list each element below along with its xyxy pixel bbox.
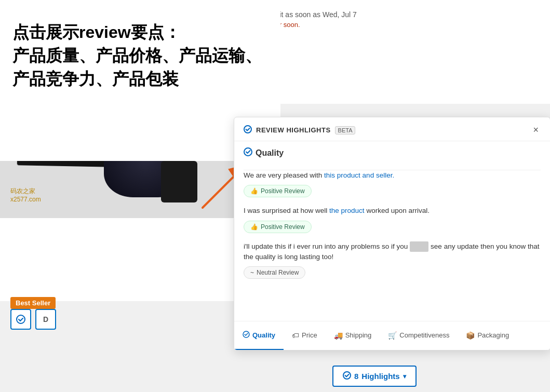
quality-title: Quality xyxy=(244,147,541,158)
review1-highlight1: this product and seller. xyxy=(324,171,394,179)
review-item-1: We are very pleased with this product an… xyxy=(244,170,541,197)
best-seller-badge: Best Seller xyxy=(10,297,56,309)
tab-quality[interactable]: Quality xyxy=(234,321,284,350)
packaging-tab-icon: 📦 xyxy=(466,331,475,340)
tab-shipping[interactable]: 🚚 Shipping xyxy=(326,321,380,350)
review-item-2: I was surprised at how well the product … xyxy=(244,206,541,233)
thumb-up-icon-2: 👍 xyxy=(250,223,258,231)
svg-point-6 xyxy=(343,372,351,379)
watermark-line2: x2577.com xyxy=(10,196,41,203)
review-item-3: i'll update this if i ever run into any … xyxy=(244,241,541,279)
review-scroll-area[interactable]: Quality We are very pleased with this pr… xyxy=(234,141,550,313)
highlights-count: 8 xyxy=(354,372,358,381)
review-highlights-modal: REVIEW HIGHLIGHTS BETA × Quality We are … xyxy=(234,117,550,350)
tab-shipping-label: Shipping xyxy=(345,331,372,339)
tab-packaging-label: Packaging xyxy=(477,331,509,339)
review2-highlight1: the product xyxy=(329,207,365,214)
shipping-tab-icon: 🚚 xyxy=(334,331,343,340)
review2-quote: I was surprised at how well the product … xyxy=(244,206,541,216)
highlights-button[interactable]: 8 Highlights ▾ xyxy=(332,366,417,387)
chinese-line2: 产品质量、产品价格、产品运输、 xyxy=(12,44,268,67)
chinese-line1: 点击展示review要点： xyxy=(12,21,268,44)
modal-footer-tabs: Quality 🏷 Price 🚚 Shipping 🛒 Competitive… xyxy=(234,321,550,350)
svg-point-4 xyxy=(244,148,252,156)
review3-badge[interactable]: ~ Neutral Review xyxy=(244,266,305,279)
quality-check-icon xyxy=(244,147,252,158)
modal-header: REVIEW HIGHLIGHTS BETA × xyxy=(234,117,550,141)
thumb-up-icon: 👍 xyxy=(250,187,258,195)
badge-icon-d: D xyxy=(35,309,56,330)
svg-point-3 xyxy=(244,126,251,133)
badge-icons-row: D xyxy=(10,309,56,330)
modal-header-left: REVIEW HIGHLIGHTS BETA xyxy=(244,125,355,136)
quality-label-text: Quality xyxy=(256,148,284,158)
modal-title: REVIEW HIGHLIGHTS xyxy=(256,126,331,134)
tab-packaging[interactable]: 📦 Packaging xyxy=(458,321,517,350)
watermark-line1: 码农之家 xyxy=(10,187,41,196)
review1-badge-text: Positive Review xyxy=(261,187,305,195)
highlights-label: Highlights xyxy=(361,372,399,381)
beta-badge: BETA xyxy=(335,126,356,134)
modal-close-button[interactable]: × xyxy=(531,125,541,136)
badge-icon-check xyxy=(10,309,31,330)
header-check-icon xyxy=(244,125,252,136)
amazon-info-panel: prime Get it as soon as Wed, Jul 7 stock… xyxy=(234,0,550,104)
tab-competitiveness-label: Competitiveness xyxy=(399,331,449,339)
highlights-check-icon xyxy=(343,371,351,381)
quality-section-header: Quality xyxy=(244,141,541,170)
quality-tab-icon xyxy=(243,331,250,340)
chinese-line3: 产品竞争力、产品包装 xyxy=(12,67,268,91)
review2-badge[interactable]: 👍 Positive Review xyxy=(244,221,312,233)
review2-badge-text: Positive Review xyxy=(261,223,305,231)
prime-delivery-text: prime Get it as soon as Wed, Jul 7 xyxy=(244,10,540,19)
stock-text: stock - order soon. xyxy=(244,21,540,29)
review3-badge-text: Neutral Review xyxy=(257,269,299,276)
svg-point-0 xyxy=(17,315,25,323)
review3-blurred: don't xyxy=(410,241,428,252)
tab-competitiveness[interactable]: 🛒 Competitiveness xyxy=(380,321,458,350)
price-tab-icon: 🏷 xyxy=(292,331,299,340)
review1-quote: We are very pleased with this product an… xyxy=(244,170,541,181)
tilde-icon: ~ xyxy=(250,269,254,276)
chevron-down-icon: ▾ xyxy=(403,373,406,380)
tab-quality-label: Quality xyxy=(252,331,275,339)
review3-quote: i'll update this if i ever run into any … xyxy=(244,241,541,263)
tab-price-label: Price xyxy=(302,331,317,339)
review1-badge[interactable]: 👍 Positive Review xyxy=(244,185,312,197)
review3-text-part1: i'll update this if i ever run into any … xyxy=(244,242,410,250)
competitiveness-tab-icon: 🛒 xyxy=(388,331,397,340)
tab-price[interactable]: 🏷 Price xyxy=(284,321,326,350)
watermark: 码农之家 x2577.com xyxy=(10,187,41,203)
